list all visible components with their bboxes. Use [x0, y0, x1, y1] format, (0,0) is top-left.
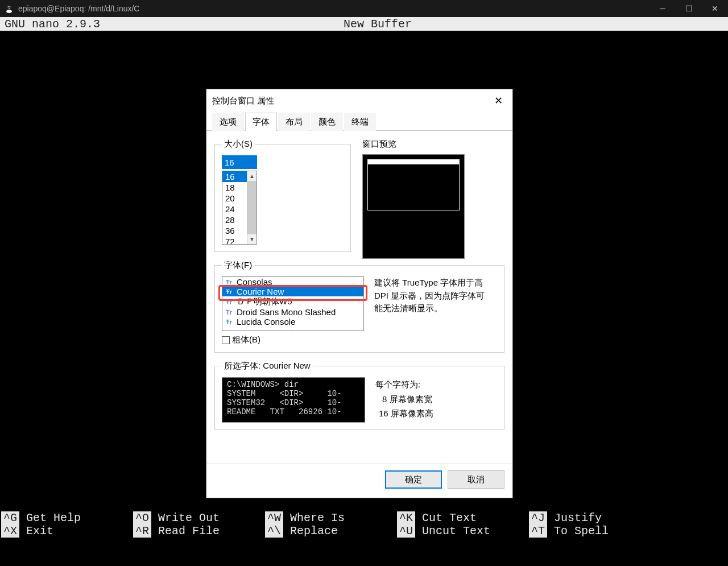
nano-shortcut: ^XExit [1, 524, 133, 538]
bold-checkbox[interactable] [222, 336, 230, 344]
nano-key-label: Exit [26, 524, 53, 538]
ok-button[interactable]: 确定 [385, 470, 442, 489]
nano-key-label: Replace [290, 524, 338, 538]
size-listbox[interactable]: 16182024283672 ▲ ▼ [222, 171, 257, 245]
metrics-title: 每个字符为: [375, 377, 433, 392]
svg-point-2 [8, 6, 9, 7]
nano-key-label: Uncut Text [422, 524, 490, 538]
nano-shortcut: ^\Replace [265, 524, 397, 538]
nano-shortcut: ^KCut Text [397, 511, 529, 524]
scroll-up-icon[interactable]: ▲ [222, 327, 363, 331]
svg-point-1 [6, 10, 12, 13]
truetype-icon: Ŧr [226, 319, 234, 325]
nano-key: ^U [397, 524, 415, 538]
metrics-height: 16 屏幕像素高 [375, 406, 433, 421]
metrics-width: 8 屏幕像素宽 [375, 392, 433, 407]
size-label: 大小(S) [222, 139, 255, 150]
font-note: 建议将 TrueType 字体用于高 DPI 显示器，因为点阵字体可能无法清晰显… [374, 276, 488, 315]
cancel-button[interactable]: 取消 [448, 470, 504, 489]
font-option[interactable]: ŦrDroid Sans Mono Slashed [222, 307, 363, 317]
bold-label: 粗体(B) [232, 334, 260, 345]
nano-key: ^O [133, 511, 151, 524]
nano-key-label: Where Is [290, 511, 345, 524]
nano-shortcut: ^UUncut Text [397, 524, 529, 538]
window-title: epiapoq@Epiapoq: /mnt/d/Linux/C [18, 4, 139, 13]
close-button[interactable]: ✕ [702, 0, 728, 17]
tab-4[interactable]: 终端 [344, 113, 376, 131]
tab-1[interactable]: 字体 [245, 113, 277, 131]
dialog-titlebar[interactable]: 控制台窗口 属性 ✕ [206, 89, 512, 112]
tab-2[interactable]: 布局 [278, 113, 310, 131]
truetype-icon: Ŧr [226, 309, 234, 316]
font-option-label: Droid Sans Mono Slashed [237, 307, 336, 317]
nano-key-label: Get Help [26, 511, 81, 524]
font-option-label: Lucida Console [237, 317, 295, 327]
dialog-tabs: 选项字体布局颜色终端 [206, 112, 512, 131]
minimize-button[interactable]: ─ [650, 0, 676, 17]
nano-key: ^G [1, 511, 19, 524]
nano-key-label: Read File [158, 524, 220, 538]
window-titlebar: epiapoq@Epiapoq: /mnt/d/Linux/C ─ ☐ ✕ [0, 0, 728, 17]
font-option-label: ＤＦ明朝体W5 [237, 296, 292, 307]
nano-key: ^T [529, 524, 547, 538]
nano-key-label: Cut Text [422, 511, 477, 524]
truetype-icon: Ŧr [226, 299, 234, 305]
nano-shortcut: ^TTo Spell [529, 524, 661, 538]
font-option-label: Consolas [237, 277, 272, 287]
font-label: 字体(F) [222, 260, 254, 271]
font-option[interactable]: ŦrＤＦ明朝体W5 [222, 296, 363, 307]
tab-0[interactable]: 选项 [212, 113, 244, 131]
scroll-down-icon[interactable]: ▼ [247, 234, 257, 244]
nano-key-label: Justify [554, 511, 602, 524]
truetype-icon: Ŧr [226, 288, 234, 295]
nano-shortcut: ^JJustify [529, 511, 661, 524]
font-option[interactable]: ŦrConsolas [222, 277, 363, 287]
console-properties-dialog: 控制台窗口 属性 ✕ 选项字体布局颜色终端 大小(S) 161820242836… [206, 89, 513, 498]
nano-key: ^X [1, 524, 19, 538]
tab-3[interactable]: 颜色 [311, 113, 343, 131]
font-listbox[interactable]: ŦrConsolasŦrCourier NewŦrＤＦ明朝体W5ŦrDroid … [222, 276, 364, 331]
font-option[interactable]: ŦrLucida Console [222, 317, 363, 327]
nano-key-label: Write Out [158, 511, 220, 524]
font-option[interactable]: ŦrCourier New [222, 287, 363, 296]
nano-key: ^R [133, 524, 151, 538]
nano-shortcut: ^GGet Help [1, 511, 133, 524]
tux-icon [5, 4, 14, 13]
nano-key-label: To Spell [554, 524, 609, 538]
selected-font-label: 所选字体: Courier New [222, 361, 313, 371]
dialog-title: 控制台窗口 属性 [212, 96, 274, 106]
nano-shortcut: ^OWrite Out [133, 511, 265, 524]
font-sample: C:\WINDOWS> dir SYSTEM <DIR> 10- SYSTEM3… [222, 377, 365, 423]
terminal-body[interactable]: ^GGet Help^OWrite Out^WWhere Is^KCut Tex… [0, 31, 728, 566]
nano-key: ^W [265, 511, 283, 524]
svg-point-3 [10, 6, 11, 7]
nano-shortcut: ^WWhere Is [265, 511, 397, 524]
nano-shortcuts: ^GGet Help^OWrite Out^WWhere Is^KCut Tex… [0, 511, 728, 538]
preview-label: 窗口预览 [362, 139, 504, 150]
dialog-close-button[interactable]: ✕ [490, 94, 507, 107]
nano-key: ^\ [265, 524, 283, 538]
nano-header: GNU nano 2.9.3 New Buffer [0, 17, 728, 31]
size-input[interactable] [222, 155, 257, 169]
nano-key: ^J [529, 511, 547, 524]
font-scrollbar[interactable]: ▲ ▼ [222, 327, 363, 331]
nano-shortcut: ^RRead File [133, 524, 265, 538]
nano-buffer-name: New Buffer [32, 18, 723, 31]
truetype-icon: Ŧr [226, 279, 234, 286]
maximize-button[interactable]: ☐ [676, 0, 702, 17]
size-scrollbar[interactable]: ▲ ▼ [247, 171, 257, 244]
font-option-label: Courier New [237, 287, 284, 296]
nano-key: ^K [397, 511, 415, 524]
scroll-up-icon[interactable]: ▲ [247, 171, 257, 181]
preview-box [362, 154, 465, 259]
